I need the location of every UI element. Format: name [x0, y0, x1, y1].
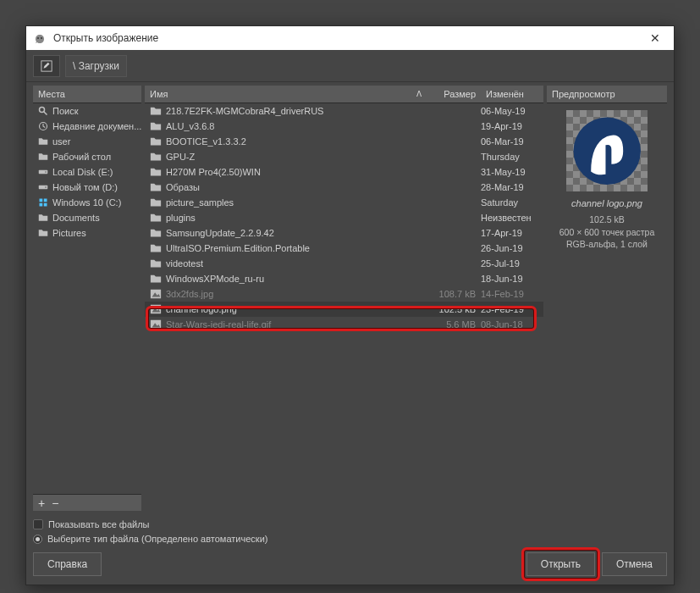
preview-filename: channel logo.png [571, 198, 642, 208]
preview-body: channel logo.png 102.5 kB 600 × 600 точе… [547, 103, 667, 511]
file-size: 102.5 kB [427, 304, 481, 314]
file-name: ALU_v3.6.8 [166, 121, 427, 131]
file-row[interactable]: BOOTICE_v1.3.3.206-Mar-19 [145, 134, 543, 149]
folder-icon [150, 258, 162, 269]
svg-point-9 [45, 186, 47, 188]
help-button[interactable]: Справка [33, 552, 102, 576]
file-name: channel logo.png [166, 304, 427, 314]
file-row[interactable]: pluginsНеизвестен [145, 210, 543, 225]
window-title: Открыть изображение [53, 32, 643, 44]
wilber-icon [33, 31, 47, 45]
close-button[interactable]: ✕ [643, 31, 667, 45]
file-row[interactable]: SamsungUpdate_2.2.9.4217-Apr-19 [145, 225, 543, 241]
file-name: Образы [166, 182, 427, 192]
places-item-label: Поиск [52, 106, 78, 116]
file-date: 25-Jul-19 [481, 258, 543, 269]
places-item[interactable]: Windows 10 (C:) [33, 195, 141, 210]
preview-dims: 600 × 600 точек растра [559, 226, 654, 239]
file-row[interactable]: GPU-ZThursday [145, 149, 543, 164]
titlebar: Открыть изображение ✕ [26, 26, 674, 50]
places-item-label: Local Disk (E:) [52, 167, 113, 177]
places-item-label: Новый том (D:) [52, 182, 118, 192]
places-list: ПоискНедавние докумен...userРабочий стол… [33, 103, 141, 494]
remove-place-button[interactable]: − [52, 496, 58, 510]
places-item[interactable]: Documents [33, 210, 141, 225]
path-segment[interactable]: \ Загрузки [65, 55, 127, 77]
svg-rect-11 [44, 199, 47, 202]
places-item[interactable]: Поиск [33, 103, 141, 119]
file-row[interactable]: 218.7E2FK-MGMCobraR4_driverRUS06-May-19 [145, 103, 543, 119]
file-row[interactable]: WindowsXPMode_ru-ru18-Jun-19 [145, 271, 543, 286]
file-row[interactable]: UltraISO.Premium.Edition.Portable26-Jun-… [145, 241, 543, 256]
file-row[interactable]: ALU_v3.6.819-Apr-19 [145, 119, 543, 134]
file-date: Saturday [481, 197, 543, 208]
places-panel: Места ПоискНедавние докумен...userРабочи… [33, 86, 141, 511]
file-row[interactable]: channel logo.png102.5 kB23-Feb-19 [145, 302, 543, 317]
file-date: 28-Mar-19 [481, 182, 543, 192]
svg-rect-10 [40, 199, 43, 202]
options: Показывать все файлы Выберите тип файла … [33, 514, 667, 552]
file-row[interactable]: H270M Pro4(2.50)WIN31-May-19 [145, 164, 543, 180]
places-item[interactable]: Рабочий стол [33, 149, 141, 164]
folder-icon [150, 166, 162, 178]
file-date: 18-Jun-19 [481, 274, 543, 284]
files-header: Имя ᐱ Размер Изменён [145, 86, 543, 103]
places-item[interactable]: Pictures [33, 225, 141, 241]
disk-icon [38, 167, 48, 177]
add-place-button[interactable]: + [38, 496, 45, 510]
file-size: 108.7 kB [427, 289, 481, 299]
file-name: 3dx2fds.jpg [166, 289, 427, 299]
folder-icon [38, 152, 48, 162]
edit-path-button[interactable] [33, 55, 60, 77]
file-date: 08-Jun-18 [481, 319, 543, 330]
file-name: plugins [166, 213, 427, 223]
search-icon [38, 106, 48, 116]
cancel-button[interactable]: Отмена [602, 552, 667, 576]
image-icon [150, 288, 162, 300]
places-item[interactable]: user [33, 134, 141, 149]
file-date: 23-Feb-19 [481, 304, 543, 314]
places-item-label: Documents [52, 213, 100, 223]
folder-icon [150, 136, 162, 147]
folder-icon [38, 228, 48, 238]
places-item-label: Pictures [52, 228, 86, 238]
places-footer: + − [33, 494, 141, 511]
svg-point-20 [573, 117, 640, 184]
col-name[interactable]: Имя ᐱ [145, 86, 427, 103]
places-header[interactable]: Места [33, 86, 141, 103]
file-row[interactable]: Star-Wars-jedi-real-life.gif5.6 MB08-Jun… [145, 317, 543, 332]
disk-icon [38, 182, 48, 192]
folder-icon [150, 273, 162, 285]
open-button[interactable]: Открыть [526, 552, 595, 576]
folder-icon [38, 136, 48, 147]
file-row[interactable]: 3dx2fds.jpg108.7 kB14-Feb-19 [145, 286, 543, 302]
folder-icon [150, 242, 162, 254]
path-toolbar: \ Загрузки [26, 50, 674, 82]
col-size[interactable]: Размер [427, 86, 481, 103]
folder-icon [150, 151, 162, 163]
places-item[interactable]: Local Disk (E:) [33, 164, 141, 180]
button-row: Справка Открыть Отмена [33, 552, 667, 576]
recent-icon [38, 121, 48, 131]
file-date: 17-Apr-19 [481, 228, 543, 238]
checkbox-icon [33, 519, 43, 529]
file-name: BOOTICE_v1.3.3.2 [166, 136, 427, 147]
file-row[interactable]: Образы28-Mar-19 [145, 180, 543, 195]
svg-line-4 [44, 112, 47, 115]
file-row[interactable]: videotest25-Jul-19 [145, 256, 543, 271]
places-item[interactable]: Недавние докумен... [33, 119, 141, 134]
file-row[interactable]: picture_samplesSaturday [145, 195, 543, 210]
folder-icon [150, 120, 162, 132]
file-name: 218.7E2FK-MGMCobraR4_driverRUS [166, 106, 427, 116]
show-all-files-option[interactable]: Показывать все файлы [33, 519, 667, 529]
file-type-option[interactable]: Выберите тип файла (Определено автоматич… [33, 534, 667, 544]
places-item[interactable]: Новый том (D:) [33, 180, 141, 195]
file-name: H270M Pro4(2.50)WIN [166, 167, 427, 177]
svg-rect-12 [40, 203, 43, 207]
file-name: picture_samples [166, 197, 427, 208]
col-date[interactable]: Изменён [481, 86, 543, 103]
file-date: 31-May-19 [481, 167, 543, 177]
places-item-label: Недавние докумен... [52, 121, 141, 131]
file-name: Star-Wars-jedi-real-life.gif [166, 319, 427, 330]
places-item-label: Рабочий стол [52, 152, 111, 162]
